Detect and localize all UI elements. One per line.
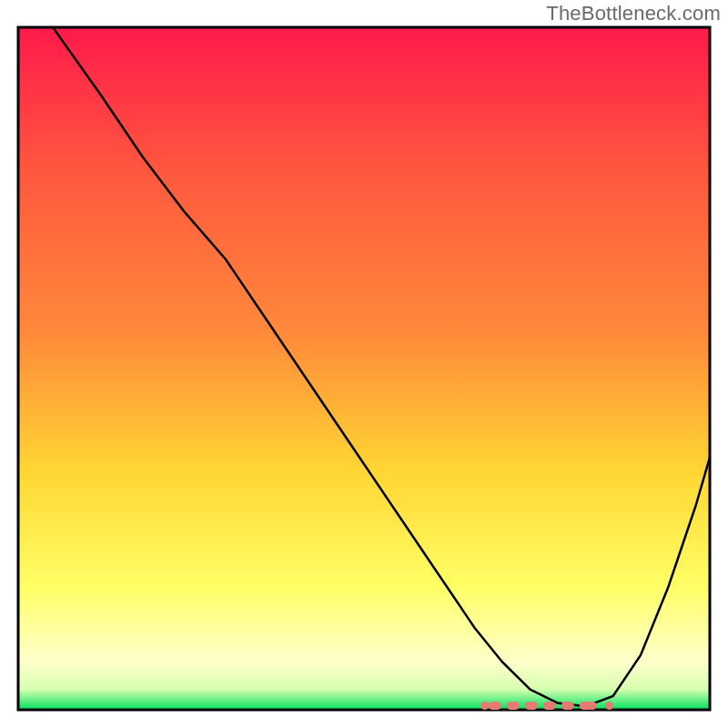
chart-svg [16,25,712,712]
svg-rect-7 [588,702,597,710]
svg-point-0 [480,702,489,710]
svg-rect-1 [489,702,501,710]
svg-rect-4 [543,702,556,710]
svg-rect-2 [507,702,520,710]
gradient-background [18,27,710,710]
chart-container: TheBottleneck.com [0,0,728,728]
svg-rect-5 [561,702,574,710]
svg-point-8 [605,702,613,710]
watermark-text: TheBottleneck.com [546,2,721,25]
chart-plot [16,25,712,712]
svg-rect-3 [525,702,538,710]
